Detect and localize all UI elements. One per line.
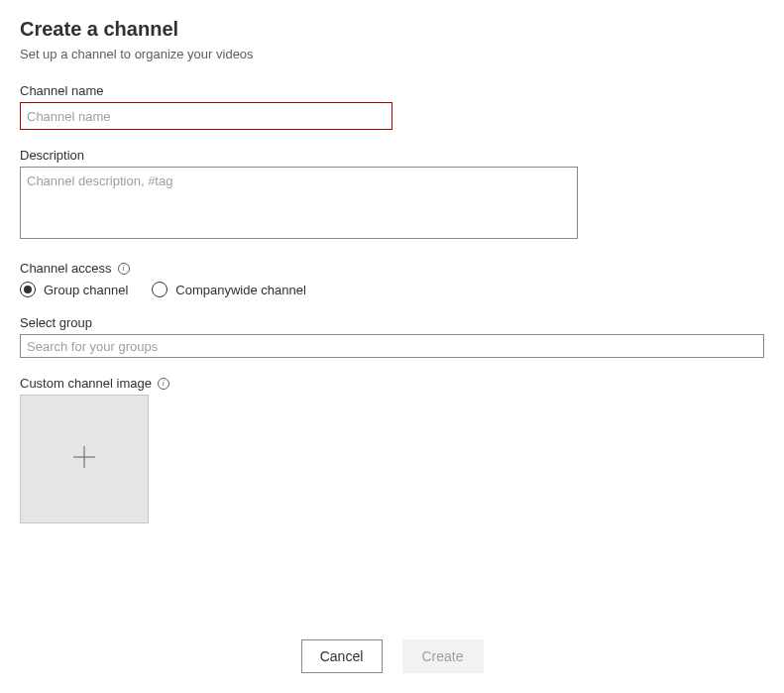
create-button[interactable]: Create	[402, 639, 484, 673]
select-group-input[interactable]	[20, 334, 764, 358]
cancel-button[interactable]: Cancel	[301, 639, 383, 673]
radio-companywide-channel[interactable]: Companywide channel	[152, 282, 306, 297]
image-upload-button[interactable]	[20, 395, 149, 523]
info-icon[interactable]: i	[118, 263, 130, 275]
channel-access-label: Channel access i	[20, 261, 764, 276]
custom-image-field: Custom channel image i	[20, 376, 764, 523]
channel-name-input[interactable]	[20, 102, 392, 130]
select-group-label: Select group	[20, 315, 764, 330]
radio-companywide-channel-label: Companywide channel	[175, 283, 306, 297]
plus-icon	[72, 445, 96, 473]
channel-access-label-text: Channel access	[20, 261, 112, 276]
custom-image-label: Custom channel image i	[20, 376, 764, 391]
page-title: Create a channel	[20, 18, 764, 41]
radio-icon	[20, 282, 36, 297]
page-subtitle: Set up a channel to organize your videos	[20, 47, 764, 61]
channel-access-field: Channel access i Group channel Companywi…	[20, 261, 764, 297]
description-field: Description	[20, 148, 764, 243]
radio-group-channel[interactable]: Group channel	[20, 282, 128, 297]
description-input[interactable]	[20, 167, 578, 239]
info-icon[interactable]: i	[158, 378, 169, 390]
select-group-field: Select group	[20, 315, 764, 358]
radio-group-channel-label: Group channel	[44, 283, 128, 297]
custom-image-label-text: Custom channel image	[20, 376, 152, 391]
description-label: Description	[20, 148, 764, 163]
channel-access-radio-group: Group channel Companywide channel	[20, 282, 764, 297]
channel-name-field: Channel name	[20, 83, 764, 130]
button-row: Cancel Create	[0, 639, 784, 673]
channel-name-label: Channel name	[20, 83, 764, 98]
radio-icon	[152, 282, 168, 297]
